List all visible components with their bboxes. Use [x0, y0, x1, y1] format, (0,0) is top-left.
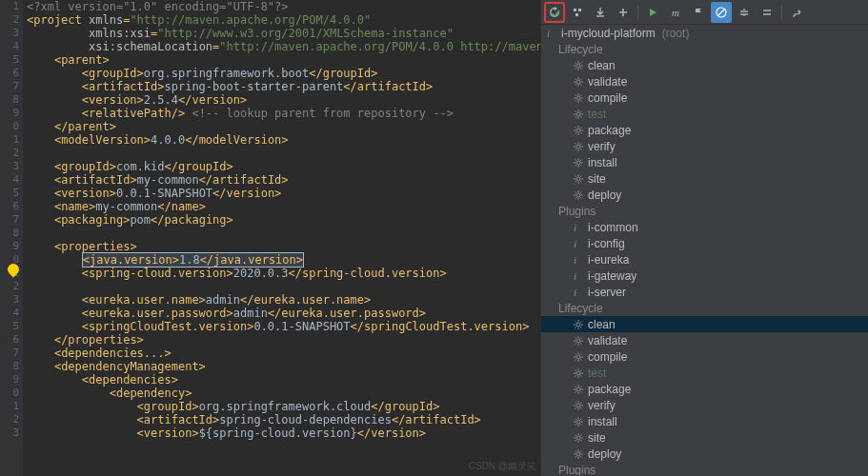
- tree-label: install: [588, 156, 617, 169]
- settings-icon[interactable]: [786, 2, 807, 23]
- svg-point-6: [576, 64, 580, 68]
- lifecycle-header-2: Lifecycle: [541, 300, 868, 316]
- tree-label: test: [588, 367, 606, 380]
- root-project[interactable]: ii-mycloud-platform (root): [541, 25, 868, 41]
- goal-site-2[interactable]: site: [541, 429, 868, 446]
- svg-point-20: [576, 323, 580, 327]
- svg-text:i: i: [574, 254, 576, 266]
- gear-icon: [572, 59, 584, 71]
- goal-clean-2[interactable]: clean: [541, 316, 868, 332]
- generate-sources-icon[interactable]: [567, 2, 588, 23]
- lifecycle-header: Lifecycle: [541, 41, 868, 57]
- goal-site[interactable]: site: [541, 170, 868, 187]
- goal-validate-2[interactable]: validate: [541, 332, 868, 348]
- code-content[interactable]: <?xml version="1.0" encoding="UTF-8"?><p…: [23, 0, 540, 476]
- svg-point-9: [576, 112, 580, 116]
- toggle-offline-icon[interactable]: [688, 2, 709, 23]
- gear-icon: [572, 156, 584, 169]
- tree-label: i-eureka: [588, 253, 629, 267]
- maven-panel: m ii-mycloud-platform (root)Lifecyclecle…: [540, 0, 868, 476]
- tree-label: i-common: [588, 221, 638, 234]
- tree-label: test: [588, 108, 606, 121]
- goal-compile-2[interactable]: compile: [541, 348, 868, 365]
- goal-install[interactable]: install: [541, 154, 868, 170]
- svg-point-22: [576, 355, 580, 359]
- gear-icon: [572, 415, 584, 427]
- module-icon: i: [572, 221, 584, 233]
- module-eureka[interactable]: ii-eureka: [541, 251, 868, 268]
- module-icon: i: [545, 27, 557, 39]
- svg-text:m: m: [672, 7, 679, 18]
- gear-icon: [572, 318, 584, 330]
- tree-label: Plugins: [558, 205, 595, 218]
- goal-install-2[interactable]: install: [541, 413, 868, 429]
- goal-package-2[interactable]: package: [541, 381, 868, 397]
- plugins-header-2: Plugins: [541, 462, 868, 476]
- module-config[interactable]: ii-config: [541, 235, 868, 251]
- gear-icon: [572, 172, 584, 185]
- goal-compile[interactable]: compile: [541, 89, 868, 106]
- goal-test-2[interactable]: test: [541, 365, 868, 381]
- maven-toolbar: m: [541, 0, 868, 25]
- svg-point-24: [576, 387, 580, 391]
- svg-point-25: [576, 404, 580, 407]
- svg-text:i: i: [547, 28, 550, 39]
- tree-label: compile: [588, 350, 627, 364]
- tree-label: validate: [588, 75, 627, 89]
- svg-point-7: [576, 80, 580, 84]
- tree-label: deploy: [588, 447, 621, 461]
- svg-point-21: [576, 339, 580, 343]
- status-ok-icon: [545, 3, 566, 24]
- tree-label: i-mycloud-platform: [561, 27, 656, 40]
- collapse-icon[interactable]: [734, 2, 755, 23]
- maven-tree[interactable]: ii-mycloud-platform (root)Lifecycleclean…: [541, 25, 868, 476]
- tree-label: deploy: [588, 188, 621, 202]
- plugins-header: Plugins: [541, 203, 868, 219]
- code-editor[interactable]: 123456789012345678901234567890123 <?xml …: [0, 0, 540, 476]
- m-icon[interactable]: m: [665, 2, 686, 23]
- tree-label: clean: [588, 59, 616, 72]
- tree-label: i-gateway: [588, 269, 636, 283]
- watermark: CSDN @幽灵笑: [469, 460, 536, 473]
- skip-tests-icon[interactable]: [711, 2, 732, 23]
- tree-label: i-config: [588, 237, 625, 250]
- tree-label: install: [588, 415, 617, 428]
- tree-label: compile: [588, 91, 627, 105]
- svg-point-11: [576, 145, 580, 149]
- tree-label: site: [588, 431, 606, 445]
- gear-icon: [572, 124, 584, 136]
- tree-label: package: [588, 383, 631, 396]
- module-gateway[interactable]: ii-gateway: [541, 268, 868, 284]
- svg-rect-1: [578, 9, 581, 11]
- gear-icon: [572, 447, 584, 460]
- gear-icon: [572, 350, 584, 363]
- svg-point-23: [576, 371, 580, 375]
- svg-text:i: i: [574, 238, 576, 249]
- download-icon[interactable]: [590, 2, 611, 23]
- goal-validate[interactable]: validate: [541, 73, 868, 89]
- goal-deploy[interactable]: deploy: [541, 187, 868, 203]
- tree-label: Plugins: [558, 464, 595, 477]
- tree-label: Lifecycle: [558, 302, 603, 315]
- run-icon[interactable]: [642, 2, 663, 23]
- module-icon: i: [572, 253, 584, 266]
- gear-icon: [572, 431, 584, 444]
- goal-verify-2[interactable]: verify: [541, 397, 868, 413]
- goal-test[interactable]: test: [541, 106, 868, 122]
- module-icon: i: [572, 286, 584, 298]
- svg-point-26: [576, 420, 580, 424]
- add-icon[interactable]: [613, 2, 634, 23]
- gear-icon: [572, 334, 584, 347]
- expand-icon[interactable]: [757, 2, 777, 23]
- goal-verify[interactable]: verify: [541, 138, 868, 154]
- goal-package[interactable]: package: [541, 122, 868, 138]
- goal-deploy-2[interactable]: deploy: [541, 446, 868, 462]
- module-server[interactable]: ii-server: [541, 284, 868, 300]
- svg-rect-2: [575, 13, 578, 16]
- svg-point-12: [576, 161, 580, 165]
- module-common[interactable]: ii-common: [541, 219, 868, 235]
- svg-point-14: [576, 193, 580, 197]
- goal-clean[interactable]: clean: [541, 57, 868, 73]
- gear-icon: [572, 399, 584, 411]
- svg-text:i: i: [574, 222, 576, 233]
